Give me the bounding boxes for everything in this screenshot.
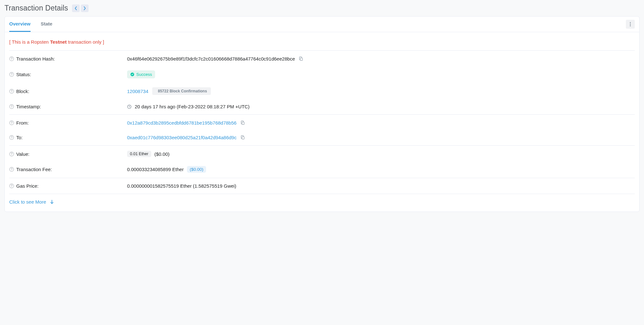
value-timestamp: 20 days 17 hrs ago (Feb-23-2022 08:18:27… xyxy=(127,104,635,109)
check-circle-icon xyxy=(130,72,134,76)
value-block: 12008734 85722 Block Confirmations xyxy=(127,87,635,95)
help-icon[interactable] xyxy=(9,167,14,172)
prev-button[interactable] xyxy=(72,4,80,12)
value-usd-text: ($0.00) xyxy=(154,151,170,157)
label-txhash-text: Transaction Hash: xyxy=(16,56,55,61)
svg-point-15 xyxy=(11,124,12,124)
notice-pre: [ This is a Ropsten xyxy=(9,39,50,45)
tab-overview[interactable]: Overview xyxy=(9,17,31,32)
from-link[interactable]: 0x12a879cd3b2895cedbfdd6781be195b768d78b… xyxy=(127,120,237,126)
clock-icon xyxy=(127,105,132,109)
copy-from-button[interactable] xyxy=(240,120,246,126)
next-button[interactable] xyxy=(81,4,89,12)
divider xyxy=(9,145,635,146)
gasprice-text: 0.000000001582575519 Ether (1.582575519 … xyxy=(127,183,236,189)
txhash-text: 0x46f64e06292675b9e89f1f3dcfc7c2c0160666… xyxy=(127,56,295,61)
tabs: Overview State xyxy=(5,17,639,32)
help-icon[interactable] xyxy=(9,104,14,109)
label-gasprice: Gas Price: xyxy=(9,183,127,189)
see-more-link[interactable]: Click to see More xyxy=(9,195,54,206)
svg-point-10 xyxy=(11,92,12,93)
help-icon[interactable] xyxy=(9,120,14,125)
label-to: To: xyxy=(9,135,127,140)
help-icon[interactable] xyxy=(9,135,14,140)
copy-icon xyxy=(240,135,245,140)
svg-rect-16 xyxy=(242,122,244,125)
value-gasprice: 0.000000001582575519 Ether (1.582575519 … xyxy=(127,183,635,189)
fee-eth-text: 0.000033234085899 Ether xyxy=(127,167,184,172)
label-to-text: To: xyxy=(16,135,23,140)
row-gasprice: Gas Price: 0.000000001582575519 Ether (1… xyxy=(9,179,635,193)
row-to: To: 0xaed01c776d98303ee080d25a21f0a42d94… xyxy=(9,130,635,145)
label-value-text: Value: xyxy=(16,151,29,157)
tx-card: Overview State [ This is a Ropsten Testn… xyxy=(4,16,640,212)
help-icon[interactable] xyxy=(9,152,14,156)
chevron-right-icon xyxy=(83,6,86,10)
copy-txhash-button[interactable] xyxy=(298,56,304,61)
block-confirmations: 85722 Block Confirmations xyxy=(154,87,211,95)
label-timestamp: Timestamp: xyxy=(9,104,127,109)
label-block: Block: xyxy=(9,89,127,94)
row-timestamp: Timestamp: 20 days 17 hrs ago (Feb-23-20… xyxy=(9,99,635,114)
svg-point-0 xyxy=(630,22,631,23)
confirmations-text: 85722 Block Confirmations xyxy=(152,87,211,95)
label-timestamp-text: Timestamp: xyxy=(16,104,41,109)
more-actions-button[interactable] xyxy=(626,20,635,29)
divider xyxy=(9,194,635,194)
svg-point-25 xyxy=(11,187,12,187)
svg-point-7 xyxy=(11,75,12,76)
help-icon[interactable] xyxy=(9,89,14,94)
value-txhash: 0x46f64e06292675b9e89f1f3dcfc7c2c0160666… xyxy=(127,56,635,61)
card-body: [ This is a Ropsten Testnet transaction … xyxy=(5,32,639,212)
svg-point-23 xyxy=(11,170,12,171)
svg-point-2 xyxy=(630,25,631,26)
copy-to-button[interactable] xyxy=(240,134,246,140)
kebab-icon xyxy=(630,22,631,26)
svg-point-12 xyxy=(11,107,12,108)
notice-post: transaction only ] xyxy=(67,39,104,45)
copy-icon xyxy=(299,56,303,61)
label-txhash: Transaction Hash: xyxy=(9,56,127,61)
row-status: Status: Success xyxy=(9,66,635,83)
row-txhash: Transaction Hash: 0x46f64e06292675b9e89f… xyxy=(9,51,635,66)
svg-point-1 xyxy=(630,24,631,25)
tab-actions xyxy=(626,20,635,29)
label-block-text: Block: xyxy=(16,89,29,94)
testnet-notice: [ This is a Ropsten Testnet transaction … xyxy=(9,33,635,50)
status-text: Success xyxy=(136,72,152,77)
value-eth-pill: 0.01 Ether xyxy=(127,151,151,157)
svg-rect-5 xyxy=(300,58,303,61)
row-from: From: 0x12a879cd3b2895cedbfdd6781be195b7… xyxy=(9,115,635,130)
value-to: 0xaed01c776d98303ee080d25a21f0a42d94a86d… xyxy=(127,134,635,140)
page-title: Transaction Details xyxy=(4,4,68,12)
help-icon[interactable] xyxy=(9,56,14,61)
value-status: Success xyxy=(127,70,635,78)
help-icon[interactable] xyxy=(9,184,14,188)
fee-usd-pill: ($0.00) xyxy=(187,166,206,173)
timestamp-text: 20 days 17 hrs ago (Feb-23-2022 08:18:27… xyxy=(135,104,250,109)
label-status-text: Status: xyxy=(16,72,31,77)
label-value: Value: xyxy=(9,151,127,157)
value-from: 0x12a879cd3b2895cedbfdd6781be195b768d78b… xyxy=(127,120,635,126)
chevron-left-icon xyxy=(75,6,77,10)
row-block: Block: 12008734 85722 Block Confirmation… xyxy=(9,83,635,99)
divider xyxy=(9,178,635,178)
tab-state[interactable]: State xyxy=(41,17,53,32)
divider xyxy=(9,114,635,115)
see-more-text: Click to see More xyxy=(9,199,46,205)
svg-point-4 xyxy=(11,60,12,60)
label-from-text: From: xyxy=(16,120,29,126)
label-from: From: xyxy=(9,120,127,126)
arrow-down-icon xyxy=(50,200,54,204)
to-link[interactable]: 0xaed01c776d98303ee080d25a21f0a42d94a86d… xyxy=(127,135,237,140)
value-txfee: 0.000033234085899 Ether ($0.00) xyxy=(127,166,635,173)
row-txfee: Transaction Fee: 0.000033234085899 Ether… xyxy=(9,162,635,177)
help-icon[interactable] xyxy=(9,72,14,77)
status-badge: Success xyxy=(127,70,155,78)
copy-icon xyxy=(240,120,245,125)
svg-point-18 xyxy=(11,138,12,139)
row-value: Value: 0.01 Ether ($0.00) xyxy=(9,146,635,162)
label-txfee: Transaction Fee: xyxy=(9,167,127,172)
block-link[interactable]: 12008734 xyxy=(127,89,148,94)
page-header: Transaction Details xyxy=(4,4,640,12)
